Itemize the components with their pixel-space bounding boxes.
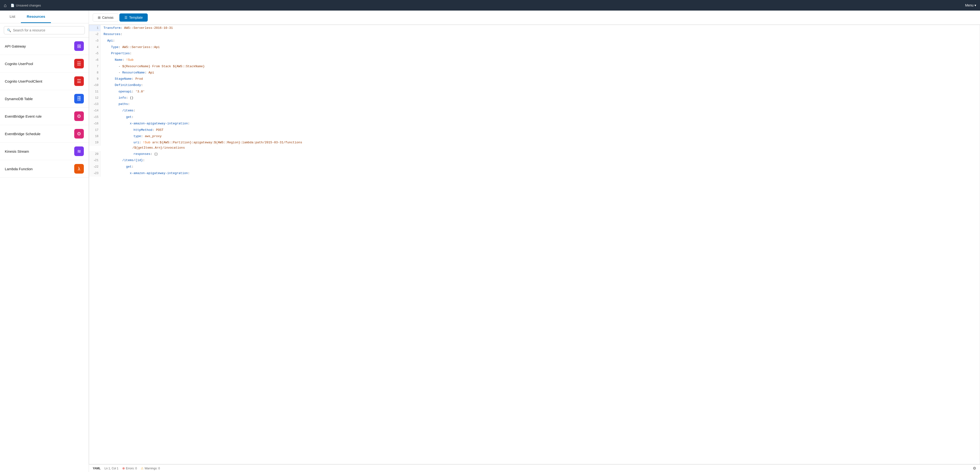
line-number-1: 1: [89, 25, 101, 31]
resource-name-eventbridge-event-rule: EventBridge Event rule: [5, 114, 41, 118]
file-icon: 📄: [11, 3, 14, 7]
code-line-21: ▾21 /items/{id}:: [89, 157, 980, 164]
code-line-10: ▾10 DefinitionBody:: [89, 82, 980, 89]
search-icon: 🔍: [7, 28, 11, 32]
line-content-23: x-amazon-apigateway-integration:: [101, 170, 192, 176]
line-number-23: ▾23: [89, 170, 101, 177]
code-line-20: 20 responses: {}: [89, 151, 980, 157]
resource-name-eventbridge-schedule: EventBridge Schedule: [5, 132, 40, 136]
line-number-6: ▾6: [89, 57, 101, 64]
line-content-14: /items:: [101, 108, 138, 114]
line-content-5: Properties:: [101, 51, 135, 57]
resource-item-cognito-userpool[interactable]: Cognito UserPool☰: [0, 55, 89, 73]
home-icon[interactable]: ⌂: [4, 3, 7, 8]
resource-icon-eventbridge-event-rule: ⚙: [74, 111, 84, 121]
line-number-3: ▾3: [89, 38, 101, 44]
content-area: ⊞ Canvas ☰ Template 1Transform: AWS::Ser…: [89, 11, 980, 472]
top-bar: ⌂ 📄 Unsaved changes Menu ▾: [0, 0, 980, 11]
code-line-18: 18 type: aws_proxy: [89, 133, 980, 140]
resource-item-eventbridge-schedule[interactable]: EventBridge Schedule⚙: [0, 125, 89, 143]
menu-button[interactable]: Menu ▾: [965, 3, 976, 7]
resource-icon-eventbridge-schedule: ⚙: [74, 129, 84, 138]
resource-name-kinesis-stream: Kinesis Stream: [5, 149, 29, 153]
line-number-16: ▾16: [89, 121, 101, 127]
line-content-9: StageName: Prod: [101, 76, 146, 82]
code-line-11: 11 openapi: '3.0': [89, 89, 980, 95]
search-input[interactable]: [13, 28, 82, 32]
line-content-20: responses: {}: [101, 151, 161, 157]
code-line-5: ▾5 Properties:: [89, 51, 980, 57]
code-line-19: 19 uri: !Sub arn:${AWS::Partition}:apiga…: [89, 140, 980, 151]
top-bar-left: ⌂ 📄 Unsaved changes: [4, 3, 41, 8]
status-errors: ⊗ Errors: 0: [122, 466, 137, 470]
line-number-14: ▾14: [89, 108, 101, 114]
code-line-8: 8 - ResourceName: Api: [89, 70, 980, 76]
resource-item-kinesis-stream[interactable]: Kinesis Stream≋: [0, 143, 89, 160]
resource-icon-dynamodb-table: 🗄: [74, 94, 84, 103]
resource-name-cognito-userpool: Cognito UserPool: [5, 62, 33, 66]
line-number-12: 12: [89, 95, 101, 101]
code-line-1: 1Transform: AWS::Serverless-2016-10-31: [89, 25, 980, 31]
error-icon: ⊗: [122, 466, 125, 470]
line-content-7: - ${ResourceName} From Stack ${AWS::Stac…: [101, 64, 208, 70]
line-content-22: get:: [101, 164, 137, 170]
line-content-1: Transform: AWS::Serverless-2016-10-31: [101, 25, 176, 31]
tab-bar: ⊞ Canvas ☰ Template: [89, 11, 980, 25]
search-box: 🔍: [4, 26, 85, 34]
status-warnings: ⚠ Warnings: 0: [141, 466, 160, 470]
code-line-13: ▾13 paths:: [89, 101, 980, 108]
line-content-16: x-amazon-apigateway-integration:: [101, 121, 192, 127]
line-content-18: type: aws_proxy: [101, 133, 164, 140]
resource-name-lambda-function: Lambda Function: [5, 167, 33, 171]
line-number-8: 8: [89, 70, 101, 76]
warning-icon: ⚠: [141, 466, 144, 470]
status-bar: YAML Ln 1, Col 1 ⊗ Errors: 0 ⚠ Warnings:…: [89, 464, 980, 472]
resource-item-lambda-function[interactable]: Lambda Functionλ: [0, 160, 89, 178]
resource-name-api-gateway: API Gateway: [5, 44, 26, 48]
code-line-17: 17 httpMethod: POST: [89, 127, 980, 133]
line-number-17: 17: [89, 127, 101, 133]
line-number-11: 11: [89, 89, 101, 95]
resource-item-cognito-userpoolclient[interactable]: Cognito UserPoolClient☰: [0, 73, 89, 90]
line-content-21: /items/{id}:: [101, 157, 148, 164]
sidebar: List Resources 🔍 API Gateway⊞Cognito Use…: [0, 11, 89, 472]
resource-icon-lambda-function: λ: [74, 164, 84, 173]
tab-list[interactable]: List: [4, 11, 21, 23]
main-layout: List Resources 🔍 API Gateway⊞Cognito Use…: [0, 11, 980, 472]
canvas-tab[interactable]: ⊞ Canvas: [93, 13, 118, 22]
template-label: Template: [129, 16, 143, 19]
resource-icon-kinesis-stream: ≋: [74, 146, 84, 156]
line-number-20: 20: [89, 151, 101, 157]
resource-item-dynamodb-table[interactable]: DynamoDB Table🗄: [0, 90, 89, 108]
template-tab[interactable]: ☰ Template: [119, 13, 148, 22]
status-left: YAML Ln 1, Col 1 ⊗ Errors: 0 ⚠ Warnings:…: [93, 466, 160, 470]
tab-resources[interactable]: Resources: [21, 11, 51, 23]
canvas-icon: ⊞: [98, 16, 101, 19]
line-number-13: ▾13: [89, 101, 101, 108]
resource-item-eventbridge-event-rule[interactable]: EventBridge Event rule⚙: [0, 108, 89, 125]
search-container: 🔍: [0, 23, 89, 37]
code-line-3: ▾3 Api:: [89, 38, 980, 44]
line-number-15: ▾15: [89, 114, 101, 121]
line-content-13: paths:: [101, 101, 133, 107]
editor-container[interactable]: 1Transform: AWS::Serverless-2016-10-31▾2…: [89, 25, 980, 464]
code-line-15: ▾15 get:: [89, 114, 980, 121]
resource-list: API Gateway⊞Cognito UserPool☰Cognito Use…: [0, 37, 89, 472]
settings-icon[interactable]: ⚙: [973, 466, 976, 470]
resource-item-api-gateway[interactable]: API Gateway⊞: [0, 37, 89, 55]
status-position: Ln 1, Col 1: [105, 467, 118, 470]
status-language: YAML: [93, 467, 101, 470]
line-number-19: 19: [89, 140, 101, 146]
line-number-21: ▾21: [89, 157, 101, 164]
line-content-2: Resources:: [101, 31, 125, 37]
line-number-5: ▾5: [89, 51, 101, 57]
code-line-22: ▾22 get:: [89, 164, 980, 170]
line-number-2: ▾2: [89, 31, 101, 38]
code-line-12: 12 info: {}: [89, 95, 980, 101]
resource-icon-api-gateway: ⊞: [74, 41, 84, 51]
warnings-label: Warnings: 0: [145, 467, 160, 470]
code-line-16: ▾16 x-amazon-apigateway-integration:: [89, 121, 980, 127]
line-content-17: httpMethod: POST: [101, 127, 167, 133]
line-content-3: Api:: [101, 38, 118, 44]
sidebar-tabs: List Resources: [0, 11, 89, 23]
